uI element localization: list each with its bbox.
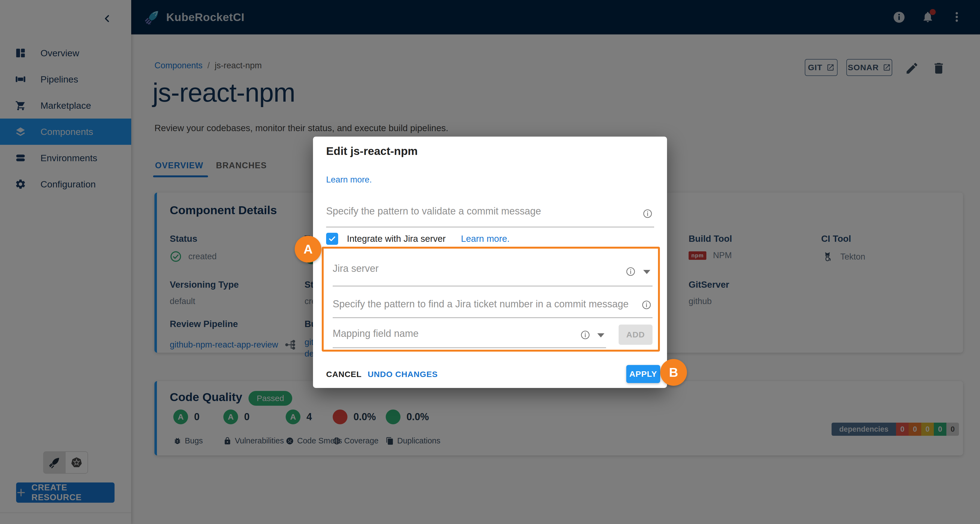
commit-pattern-field	[326, 205, 654, 227]
commit-pattern-input[interactable]	[326, 205, 654, 221]
undo-changes-button[interactable]: UNDO CHANGES	[368, 365, 438, 383]
apply-button[interactable]: APPLY	[626, 365, 660, 383]
annotation-marker-a: A	[295, 236, 321, 262]
annotation-highlight-rect	[322, 247, 660, 352]
dialog-learn-more-link[interactable]: Learn more.	[326, 175, 372, 185]
jira-checkbox-label: Integrate with Jira server	[347, 233, 445, 244]
jira-integration-row: Integrate with Jira server Learn more.	[326, 233, 509, 245]
cancel-button[interactable]: CANCEL	[326, 365, 362, 383]
info-icon[interactable]	[643, 209, 652, 219]
jira-learn-more-link[interactable]: Learn more.	[461, 233, 509, 244]
annotation-marker-b: B	[660, 359, 687, 386]
dialog-title: Edit js-react-npm	[326, 145, 418, 158]
jira-checkbox[interactable]	[326, 233, 338, 245]
app-window: Overview Pipelines Marketplace Component…	[0, 0, 980, 524]
